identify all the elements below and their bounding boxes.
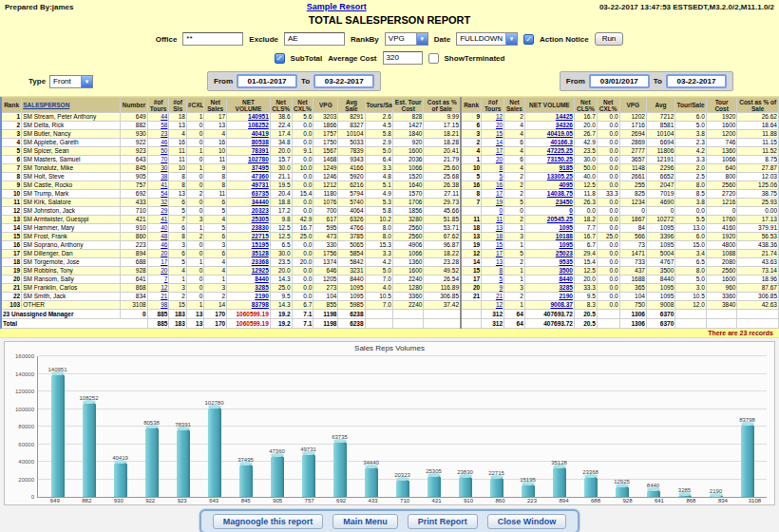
cell-net-volume-2[interactable]: 1095 (524, 224, 574, 233)
rankby-select[interactable]: VPG ▼ (385, 32, 428, 46)
cell-net-volume[interactable]: 20323 (227, 207, 271, 216)
cell-num-tours-2[interactable]: 17 (482, 250, 504, 258)
cell-num-tours[interactable]: 98 (147, 301, 169, 310)
cell-num-tours-2[interactable]: 17 (482, 147, 504, 156)
cell-num-tours[interactable]: 20 (147, 250, 169, 258)
cell-net-volume[interactable]: 35128 (227, 250, 271, 258)
cell-net-volume[interactable]: 78391 (227, 147, 271, 156)
cell-num-tours[interactable]: 38 (147, 173, 169, 181)
cell-num-tours[interactable]: 23 (147, 130, 169, 139)
cell-num-tours-2[interactable]: 16 (482, 181, 504, 190)
cell-num-tours-2[interactable]: 0 (482, 207, 504, 216)
cell-num-tours[interactable]: 21 (147, 293, 169, 301)
cell-net-volume-2[interactable]: 4095 (524, 181, 574, 190)
cell-net-volume-2[interactable]: 8440 (524, 276, 574, 284)
cell-num-tours[interactable]: 12 (147, 284, 169, 293)
cell-num-tours-2[interactable]: 5 (482, 276, 504, 284)
cell-net-volume[interactable]: 22715 (227, 233, 271, 241)
cell-net-volume-2[interactable]: 0 (524, 207, 574, 216)
cell-net-volume-2[interactable]: 9535 (524, 258, 574, 267)
cell-num-tours-2[interactable]: 20 (482, 122, 504, 130)
cell-net-volume-2[interactable]: 9185 (524, 164, 574, 173)
cell-num-tours-2[interactable]: 13 (482, 224, 504, 233)
cell-net-volume[interactable]: 23368 (227, 258, 271, 267)
office-input[interactable]: ** (182, 32, 243, 46)
cell-net-volume[interactable]: 23830 (227, 224, 271, 233)
cell-net-volume[interactable]: 25305 (227, 216, 271, 224)
cell-num-tours-2[interactable]: 12 (482, 301, 504, 310)
cell-num-tours-2[interactable]: 18 (482, 233, 504, 241)
cell-net-volume-2[interactable]: 40166.3 (524, 139, 574, 147)
cell-num-tours[interactable]: 7 (147, 276, 169, 284)
subtotal-checkbox[interactable]: ✓ (275, 53, 285, 64)
cell-net-volume[interactable]: 8440 (227, 276, 271, 284)
cell-net-volume[interactable]: 80538 (227, 139, 271, 147)
cell-num-tours[interactable]: 17 (147, 258, 169, 267)
cell-net-volume-2[interactable]: 9008.37 (524, 301, 574, 310)
close-window-button[interactable]: Close Window (487, 514, 566, 529)
cell-net-volume-2[interactable]: 14038.75 (524, 190, 574, 199)
cell-num-tours[interactable]: 58 (147, 122, 169, 130)
cell-net-volume-2[interactable]: 2190 (524, 293, 574, 301)
cell-num-tours[interactable]: 46 (147, 241, 169, 250)
cell-net-volume[interactable]: 2190 (227, 293, 271, 301)
cell-net-volume-2[interactable]: 20545.25 (524, 216, 574, 224)
cell-num-tours[interactable]: 40 (147, 224, 169, 233)
cell-num-tours[interactable]: 41 (147, 181, 169, 190)
print-report-button[interactable]: Print Report (408, 514, 478, 529)
cell-num-tours-2[interactable]: 8 (482, 267, 504, 276)
cell-num-tours[interactable]: 44 (147, 113, 169, 122)
cell-num-tours-2[interactable]: 21 (482, 293, 504, 301)
to-date-right-input[interactable]: 03-22-2017 (666, 74, 727, 88)
cell-num-tours-2[interactable]: 14 (482, 139, 504, 147)
cell-num-tours-2[interactable]: 15 (482, 241, 504, 250)
cell-net-volume[interactable]: 3285 (227, 284, 271, 293)
magnoogle-button[interactable]: Magnoogle this report (213, 514, 324, 529)
cell-net-volume-2[interactable]: 13305.25 (524, 173, 574, 181)
cell-num-tours[interactable]: 70 (147, 156, 169, 164)
cell-num-tours-2[interactable]: 19 (482, 199, 504, 207)
type-select[interactable]: Front ▼ (49, 75, 93, 88)
cell-net-volume-2[interactable]: 14425 (524, 113, 574, 122)
cell-num-tours[interactable]: 29 (147, 207, 169, 216)
cell-num-tours-2[interactable]: 11 (482, 216, 504, 224)
run-button[interactable]: Run (595, 32, 624, 46)
cell-num-tours[interactable]: 30 (147, 164, 169, 173)
show-terminated-checkbox[interactable] (428, 53, 439, 64)
cell-num-tours[interactable]: 20 (147, 267, 169, 276)
cell-net-volume[interactable]: 102780 (227, 156, 271, 164)
cell-net-volume[interactable]: 108252 (227, 122, 271, 130)
cell-net-volume[interactable]: 140951 (227, 113, 271, 122)
cell-num-tours-2[interactable]: 13 (482, 258, 504, 267)
cell-net-volume[interactable]: 12925 (227, 267, 271, 276)
cell-num-tours-2[interactable]: 20 (482, 156, 504, 164)
resort-link[interactable]: Sample Resort (307, 2, 367, 11)
cell-num-tours-2[interactable]: 9 (482, 284, 504, 293)
cell-net-volume[interactable]: 49731 (227, 181, 271, 190)
from-date-left-input[interactable]: 01-01-2017 (237, 74, 297, 88)
cell-net-volume[interactable]: 83798 (227, 301, 271, 310)
cell-net-volume[interactable]: 37495 (227, 164, 271, 173)
cell-net-volume-2[interactable]: 10188 (524, 233, 574, 241)
cell-net-volume-2[interactable]: 25023 (524, 250, 574, 258)
cell-num-tours-2[interactable]: 8 (482, 164, 504, 173)
cell-net-volume-2[interactable]: 23450 (524, 199, 574, 207)
cell-num-tours[interactable]: 48 (147, 233, 169, 241)
cell-num-tours-2[interactable]: 5 (482, 173, 504, 181)
col-header-salesperson[interactable]: SALESPERSON (22, 98, 121, 113)
cell-num-tours[interactable]: 54 (147, 190, 169, 199)
cell-num-tours-2[interactable]: 17 (482, 190, 504, 199)
cell-num-tours[interactable]: 46 (147, 139, 169, 147)
action-notice-checkbox[interactable]: ✓ (523, 34, 534, 45)
cell-num-tours[interactable]: 50 (147, 147, 169, 156)
date-select[interactable]: FULLDOWN ▼ (456, 32, 518, 46)
cell-net-volume-2[interactable]: 3285 (524, 284, 574, 293)
cell-num-tours-2[interactable]: 12 (482, 113, 504, 122)
to-date-left-input[interactable]: 03-22-2017 (314, 74, 374, 88)
cell-net-volume-2[interactable]: 73150.25 (524, 156, 574, 164)
cell-net-volume[interactable]: 47360 (227, 173, 271, 181)
cell-num-tours[interactable]: 32 (147, 199, 169, 207)
cell-net-volume-2[interactable]: 3500 (524, 267, 574, 276)
exclude-input[interactable]: AE (284, 32, 345, 46)
cell-net-volume-2[interactable]: 47225.25 (524, 147, 574, 156)
